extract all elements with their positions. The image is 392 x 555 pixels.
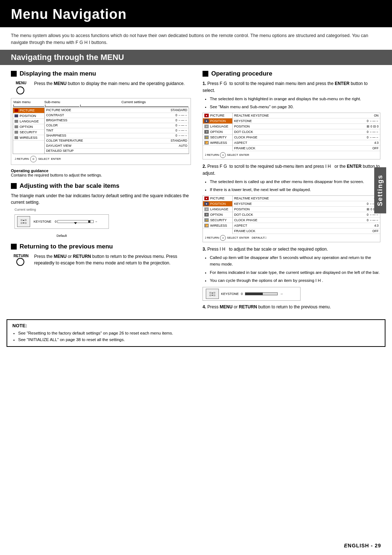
pd-wireless-1: 📶WIRELESS <box>203 140 232 146</box>
note-list: See "Resetting to the factory default se… <box>12 330 380 343</box>
pdr-position: POSITION⊞ 0 ⊟ 0 <box>233 124 380 129</box>
sub-menu-table: PICTURE MODESTANDARD CONTRAST0 ←—→ BRIGH… <box>45 108 189 154</box>
intro-text: The menu system allows you to access fun… <box>0 27 392 50</box>
page-footer: ENGLISH - 29 <box>344 543 381 548</box>
bullet-2-2: If there is a lower level, the next leve… <box>210 186 380 193</box>
returning-title: Returning to the previous menu <box>11 243 191 250</box>
menu-item-picture: PICTURE <box>13 108 44 113</box>
step1-ctrl-circle: ⊙ <box>220 152 226 158</box>
ks-icon: ⊡▲⊡ ⊡▼⊡ <box>206 289 219 299</box>
menu-item-language: LANGUAGE <box>13 119 44 124</box>
current-setting-label: Current setting <box>15 208 109 211</box>
returning-text: Press the MENU or RETURN button to retur… <box>34 253 191 266</box>
step2-left-menu: ■PICTURE ■POSITION ⊕LANGUAGE ⚙OPTION 🔒SE… <box>203 196 233 234</box>
sub-row-contrast: CONTRAST0 ←—→ <box>45 113 189 118</box>
returning-section: Returning to the previous menu RETURN Pr… <box>11 243 191 266</box>
step1-diagram-inner: ■PICTURE ■POSITION ⊕LANGUAGE ⚙OPTION 🔒SE… <box>203 113 380 151</box>
page-header: Menu Navigation <box>0 0 392 27</box>
pd-option-1: ⚙OPTION <box>203 129 232 135</box>
step-2-bullets: The selected item is called up and the o… <box>203 178 380 193</box>
step2-diagram-inner: ■PICTURE ■POSITION ⊕LANGUAGE ⚙OPTION 🔒SE… <box>203 196 380 234</box>
menu-item-wireless: WIRELESS <box>13 135 44 141</box>
bullet-1-2: See "Main menu and Sub-menu" on page 30. <box>210 104 380 110</box>
step-1-text: 1. Press F G to scroll to the required m… <box>203 80 380 94</box>
return-label: ⤸RETURN <box>14 157 29 161</box>
sub-row-color-temp: COLOR TEMPERATURESTANDARD <box>45 138 189 143</box>
operating-guidance: Operating guidance Contains the required… <box>11 169 191 177</box>
note-item-2: See "INITIALIZE ALL" on page 38 to reset… <box>18 336 380 343</box>
note-item-1: See "Resetting to the factory default se… <box>18 330 380 336</box>
main-menu-list: PICTURE POSITION LANGUAGE OPTION <box>13 108 45 154</box>
bar-arrow: → <box>94 220 98 223</box>
bar-line <box>57 220 94 223</box>
operating-procedure-section: Operating procedure 1. Press F G to scro… <box>203 70 380 311</box>
label-main: Main menu <box>13 100 44 104</box>
right-column: Operating procedure 1. Press F G to scro… <box>196 65 385 316</box>
step-3-bullets: Called up item will be disappear after 5… <box>203 254 380 284</box>
menu-label-row: MENU <box>11 81 31 94</box>
step3-keystone-diagram: ⊡▲⊡ ⊡▼⊡ KEYSTONE 0 → <box>203 287 301 301</box>
menu-button-icon <box>16 86 24 94</box>
default-mark <box>74 222 77 224</box>
bullet-3-3: You can cycle through the options of an … <box>210 277 380 284</box>
bullet-3-1: Called up item will be disappear after 5… <box>210 254 380 268</box>
language-icon <box>15 120 18 123</box>
step2-right-menu: REALTIME KEYSTONEON KEYSTONE0 ←—→ POSITI… <box>233 196 380 234</box>
pdr2-framelock: FRAME LOCKOFF <box>233 228 380 234</box>
wireless-icon <box>15 136 18 139</box>
pdr2-dotclock: DOT CLOCK0 ←—→ <box>233 212 380 218</box>
menu-item-option: OPTION <box>13 124 44 130</box>
pd-wireless-2: 📶WIRELESS <box>203 223 232 228</box>
option-icon <box>15 125 18 128</box>
pdr2-keystone: KEYSTONE0 ←—→ <box>233 201 380 207</box>
menu-icon-label: MENU <box>16 81 26 85</box>
bracket-lines <box>13 105 189 107</box>
pd-picture-1: ■PICTURE <box>203 113 232 118</box>
pd-security-1: 🔒SECURITY <box>203 135 232 140</box>
step1-left-menu: ■PICTURE ■POSITION ⊕LANGUAGE ⚙OPTION 🔒SE… <box>203 113 233 151</box>
bar-scale-diagram: ⊡▲⊡ ⊡▼⊡ KEYSTONE 0 → <box>15 214 109 229</box>
ks-label: KEYSTONE <box>221 292 239 296</box>
ks-fill <box>245 293 263 295</box>
bar-scale-diagram-wrapper: Current setting ⊡▲⊡ ⊡▼⊡ KEYSTONE 0 → <box>15 208 109 238</box>
current-mark <box>88 220 90 223</box>
return-button-icon <box>16 258 24 266</box>
step-4: 4. Press MENU or RETURN button to return… <box>203 304 380 311</box>
menu-item-position: POSITION <box>13 113 44 119</box>
step1-right-menu: REALTIME KEYSTONEON KEYSTONE0 ←—→ POSITI… <box>233 113 380 151</box>
select-label: SELECT <box>38 157 49 161</box>
adjusting-title: Adjusting with the bar scale items <box>11 182 191 190</box>
op-title: Operating procedure <box>203 70 380 77</box>
adjusting-section: Adjusting with the bar scale items The t… <box>11 182 191 238</box>
keystone-icon: ⊡▲⊡ ⊡▼⊡ <box>17 216 30 227</box>
sub-row-detailed: DETAILED SETUP <box>45 149 189 154</box>
black-square-3-icon <box>11 244 17 250</box>
step-2: 2. Press F G to scroll to the required s… <box>203 163 380 193</box>
label-sub: Sub-menu <box>44 100 79 104</box>
pdr-keystone: KEYSTONE0 ←—→ <box>233 118 380 124</box>
content-area: Displaying the main menu MENU Press the … <box>0 65 392 316</box>
pd-language-1: ⊕LANGUAGE <box>203 124 232 129</box>
bullet-3-2: For items indicated in bar scale type, t… <box>210 269 380 276</box>
sub-row-brightness: BRIGHTNESS0 ←—→ <box>45 118 189 123</box>
return-icon-area: RETURN <box>11 254 31 266</box>
pdr-framelock-1: FRAME LOCKOFF <box>233 146 380 151</box>
step-3: 3. Press I H to adjust the bar scale or … <box>203 246 380 284</box>
displaying-title: Displaying the main menu <box>11 70 191 77</box>
return-icon-label: RETURN <box>13 254 29 258</box>
pdr2-aspect: ASPECT4:3 <box>233 223 380 228</box>
left-column: Displaying the main menu MENU Press the … <box>7 65 196 316</box>
page-title: Menu Navigation <box>11 7 381 22</box>
displaying-section: Displaying the main menu MENU Press the … <box>11 70 191 177</box>
note-title: NOTE: <box>12 323 380 328</box>
position-icon <box>15 114 18 117</box>
returning-content: RETURN Press the MENU or RETURN button t… <box>11 253 191 266</box>
step1-diagram: ■PICTURE ■POSITION ⊕LANGUAGE ⚙OPTION 🔒SE… <box>203 113 380 159</box>
ks-bar <box>245 292 278 295</box>
pdr-aspect-1: ASPECT4:3 <box>233 140 380 146</box>
pdr2-clockphase: CLOCK PHASE0 ←—→ <box>233 218 380 223</box>
step-3-text: 3. Press I H to adjust the bar scale or … <box>203 246 380 253</box>
step2-ctrl-circle: ⊙ <box>220 235 226 241</box>
security-icon <box>15 131 18 134</box>
sub-row-sharpness: SHARPNESS0 ←—→ <box>45 133 189 138</box>
